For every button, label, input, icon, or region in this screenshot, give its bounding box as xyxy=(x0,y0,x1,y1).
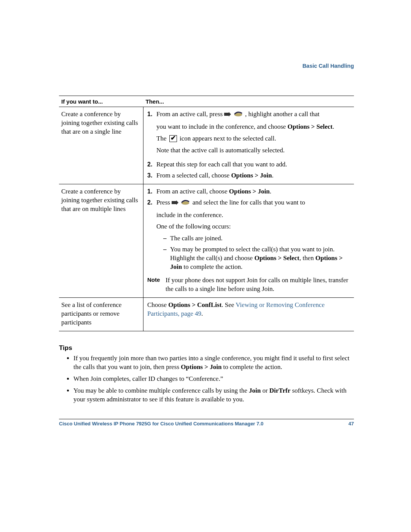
row1-left: Create a conference by joining together … xyxy=(59,107,143,184)
row3-right: Choose Options > ConfList. See Viewing o… xyxy=(143,298,354,331)
table-header-right: Then... xyxy=(143,96,354,107)
svg-marker-2 xyxy=(172,200,178,205)
note-label: Note xyxy=(147,276,166,294)
table-row: Create a conference by joining together … xyxy=(59,107,354,184)
procedure-table: If you want to... Then... Create a confe… xyxy=(59,96,354,331)
list-item: If you frequently join more than two par… xyxy=(73,354,354,372)
step-content: From an active call, press , highlight a… xyxy=(156,110,351,158)
step-number: 1. xyxy=(147,187,156,196)
tips-heading: Tips xyxy=(59,344,354,352)
step-number: 1. xyxy=(147,110,156,118)
phone-icon xyxy=(233,110,243,120)
dash-bullet: – xyxy=(163,234,170,243)
row1-right: 1. From an active call, press , highligh… xyxy=(143,107,354,184)
dash-bullet: – xyxy=(163,245,170,272)
page-content: Basic Call Handling If you want to... Th… xyxy=(0,0,411,449)
row2-left: Create a conference by joining together … xyxy=(59,184,143,297)
step-number: 3. xyxy=(147,171,156,180)
page-footer: Cisco Unified Wireless IP Phone 7925G fo… xyxy=(59,419,354,427)
dash-list: – The calls are joined. – You may be pro… xyxy=(163,234,351,272)
table-row: Create a conference by joining together … xyxy=(59,184,354,297)
step-content: From an active call, choose Options > Jo… xyxy=(156,187,351,196)
step-number: 2. xyxy=(147,198,156,207)
check-icon: ✔ xyxy=(169,135,177,142)
tips-list: If you frequently join more than two par… xyxy=(59,354,354,404)
note-body: If your phone does not support Join for … xyxy=(166,276,351,294)
phone-icon xyxy=(180,198,190,208)
arrow-icon xyxy=(224,110,231,119)
step-number: 2. xyxy=(147,160,156,169)
page-number: 47 xyxy=(349,421,354,427)
section-header: Basic Call Handling xyxy=(59,63,354,69)
svg-marker-0 xyxy=(224,112,231,117)
row2-right: 1. From an active call, choose Options >… xyxy=(143,184,354,297)
list-item: You may be able to combine multiple conf… xyxy=(73,387,354,404)
footer-title: Cisco Unified Wireless IP Phone 7925G fo… xyxy=(59,421,263,427)
note-row: Note If your phone does not support Join… xyxy=(147,276,351,294)
list-item: When Join completes, caller ID changes t… xyxy=(73,375,354,383)
arrow-icon xyxy=(172,199,178,208)
step-content: Repeat this step for each call that you … xyxy=(156,160,351,169)
table-row: See a list of conference participants or… xyxy=(59,298,354,331)
step-content: From a selected call, choose Options > J… xyxy=(156,171,351,180)
row3-left: See a list of conference participants or… xyxy=(59,298,143,331)
table-header-left: If you want to... xyxy=(59,96,143,107)
step-content: Press and select the line for calls that… xyxy=(156,198,351,274)
